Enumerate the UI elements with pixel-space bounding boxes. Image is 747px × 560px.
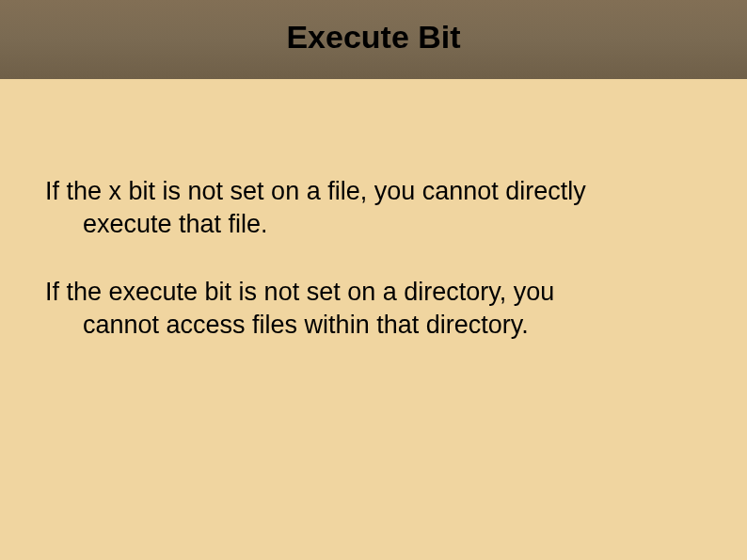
paragraph-2-line-1: If the execute bit is not set on a direc… — [45, 276, 702, 309]
paragraph-1-line-2: execute that file. — [45, 208, 702, 241]
paragraph-1: If the x bit is not set on a file, you c… — [45, 175, 702, 240]
slide-header: Execute Bit — [0, 0, 747, 79]
paragraph-2: If the execute bit is not set on a direc… — [45, 276, 702, 341]
paragraph-1-line-1: If the x bit is not set on a file, you c… — [45, 175, 702, 208]
slide-title: Execute Bit — [286, 19, 460, 56]
paragraph-2-line-2: cannot access files within that director… — [45, 309, 702, 342]
slide-body: If the x bit is not set on a file, you c… — [0, 79, 747, 341]
